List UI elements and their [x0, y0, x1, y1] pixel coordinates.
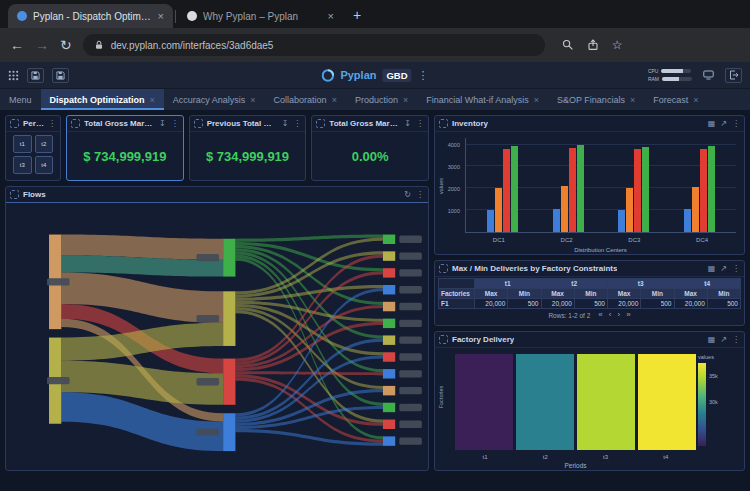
sankey-node-M2[interactable]	[223, 291, 235, 346]
sankey-node-R4[interactable]	[383, 285, 395, 294]
kpi-value: $ 734,999,919	[190, 132, 306, 180]
download-icon[interactable]: ↧	[404, 119, 411, 128]
widget-select-icon[interactable]	[71, 119, 80, 128]
widget-menu-icon[interactable]: ⋮	[732, 264, 740, 273]
sankey-node-R1[interactable]	[383, 235, 395, 244]
table-view-icon[interactable]: ▦	[708, 119, 716, 128]
tab-close-icon[interactable]: ×	[534, 95, 539, 105]
sankey-node-R8[interactable]	[383, 352, 395, 361]
tab-accuracy-analysis[interactable]: Accuracy Analysis×	[164, 89, 265, 110]
sankey-node-R3[interactable]	[383, 268, 395, 277]
widget-select-icon[interactable]	[194, 119, 203, 128]
open-external-icon[interactable]: ↗	[720, 264, 727, 273]
tab-menu[interactable]: Menu	[0, 89, 41, 110]
next-page-icon[interactable]: ›	[617, 311, 620, 319]
tab-close-icon[interactable]: ×	[328, 10, 334, 22]
download-icon[interactable]: ↧	[282, 119, 289, 128]
workspace-badge[interactable]: GBD	[382, 69, 411, 82]
table-view-icon[interactable]: ▦	[708, 264, 716, 273]
tab-close-icon[interactable]: ×	[250, 95, 255, 105]
widget-select-icon[interactable]	[316, 119, 325, 128]
sankey-node-R2[interactable]	[383, 251, 395, 260]
address-bar[interactable]: dev.pyplan.com/interfaces/3ad6dae5	[83, 34, 545, 56]
download-icon[interactable]: ↧	[159, 119, 166, 128]
sankey-node-R12[interactable]	[383, 420, 395, 429]
back-icon[interactable]: ←	[10, 38, 24, 52]
sankey-node-R9[interactable]	[383, 369, 395, 378]
inventory-chart[interactable]: values 1000200030004000 DC1DC2DC3DC4 Dis…	[435, 132, 744, 254]
constraint-value-cell: 500	[508, 299, 541, 309]
forward-icon[interactable]: →	[35, 38, 49, 52]
widget-select-icon[interactable]	[439, 335, 448, 344]
widget-select-icon[interactable]	[10, 119, 19, 128]
refresh-icon[interactable]: ↻	[60, 38, 72, 52]
table-view-icon[interactable]: ▦	[708, 335, 716, 344]
apps-grid-icon[interactable]	[8, 70, 19, 81]
prev-page-icon[interactable]: ‹	[609, 311, 612, 319]
sankey-node-M3[interactable]	[223, 359, 235, 405]
tab-production[interactable]: Production×	[346, 89, 417, 110]
period-chip-t4[interactable]: t4	[35, 156, 54, 174]
widget-menu-icon[interactable]: ⋮	[732, 119, 740, 128]
display-mode-button[interactable]	[700, 68, 717, 83]
widget-menu-icon[interactable]: ⋮	[171, 119, 179, 128]
inventory-plot	[465, 138, 736, 233]
widget-select-icon[interactable]	[439, 119, 448, 128]
browser-tab-active[interactable]: Pyplan - Dispatch Optimization ×	[8, 4, 173, 28]
tab-forecast[interactable]: Forecast×	[644, 89, 707, 110]
period-chip-t1[interactable]: t1	[13, 135, 32, 153]
sankey-node-R6[interactable]	[383, 319, 395, 328]
constraint-value-cell: 500	[641, 299, 674, 309]
bookmark-star-icon[interactable]: ☆	[612, 38, 623, 52]
sankey-node-R13[interactable]	[383, 436, 395, 445]
tab-close-icon[interactable]: ×	[403, 95, 408, 105]
period-chip-t3[interactable]: t3	[13, 156, 32, 174]
widget-menu-icon[interactable]: ⋮	[293, 119, 301, 128]
widget-menu-icon[interactable]: ⋮	[416, 190, 424, 199]
tab-close-icon[interactable]: ×	[693, 95, 698, 105]
last-page-icon[interactable]: »	[626, 311, 630, 319]
heatmap-chart[interactable]: Factories t1t2t3t4 Periods values 35k30k	[435, 348, 744, 470]
tab-close-icon[interactable]: ×	[332, 95, 337, 105]
bar	[511, 146, 518, 232]
periods-options: t1t2t3t4	[6, 132, 60, 180]
tab-s-op-financials[interactable]: S&OP Financials×	[548, 89, 644, 110]
share-icon[interactable]	[587, 39, 599, 51]
sankey-node-R10[interactable]	[383, 386, 395, 395]
workspace-menu-icon[interactable]: ⋮	[418, 70, 429, 81]
logout-button[interactable]	[725, 68, 742, 83]
widget-select-icon[interactable]	[439, 264, 448, 273]
first-page-icon[interactable]: «	[598, 311, 602, 319]
sankey-node-R11[interactable]	[383, 403, 395, 412]
tab-close-icon[interactable]: ×	[150, 95, 155, 105]
tab-close-icon[interactable]: ×	[630, 95, 635, 105]
open-external-icon[interactable]: ↗	[720, 335, 727, 344]
widget-menu-icon[interactable]: ⋮	[416, 119, 424, 128]
widget-menu-icon[interactable]: ⋮	[732, 335, 740, 344]
bar	[618, 210, 625, 232]
save-all-button[interactable]	[52, 68, 69, 83]
table-pagination: Rows: 1-2 of 2 «‹›»	[435, 309, 744, 321]
bar-group-DC2	[553, 138, 584, 232]
sankey-node-R7[interactable]	[383, 335, 395, 344]
refresh-widget-icon[interactable]: ↻	[404, 190, 411, 199]
tab-dispatch-optimization[interactable]: Dispatch Optimization×	[41, 89, 164, 110]
sankey-node-label-chip	[399, 269, 422, 276]
tab-close-icon[interactable]: ×	[158, 10, 164, 22]
period-chip-t2[interactable]: t2	[35, 135, 54, 153]
widget-select-icon[interactable]	[10, 190, 19, 199]
sankey-node-M4[interactable]	[223, 413, 235, 451]
sankey-node-M1[interactable]	[223, 239, 235, 277]
save-button[interactable]	[27, 68, 44, 83]
widget-menu-icon[interactable]: ⋮	[48, 119, 56, 128]
open-external-icon[interactable]: ↗	[720, 119, 727, 128]
search-icon[interactable]	[562, 39, 574, 51]
new-tab-button[interactable]: +	[353, 7, 361, 23]
sankey-chart[interactable]	[6, 203, 428, 470]
constraints-table[interactable]: t1t2t3t4FactoriesMaxMinMaxMinMaxMinMaxMi…	[435, 277, 744, 309]
browser-tab-inactive[interactable]: Why Pyplan – Pyplan ×	[178, 4, 343, 28]
tab-financial-what-if-analysis[interactable]: Financial What-if Analysis×	[417, 89, 548, 110]
sankey-node-R5[interactable]	[383, 302, 395, 311]
panel-title: Max / Min Deliveries by Factory Constrai…	[452, 264, 617, 273]
tab-collaboration[interactable]: Collaboration×	[265, 89, 346, 110]
